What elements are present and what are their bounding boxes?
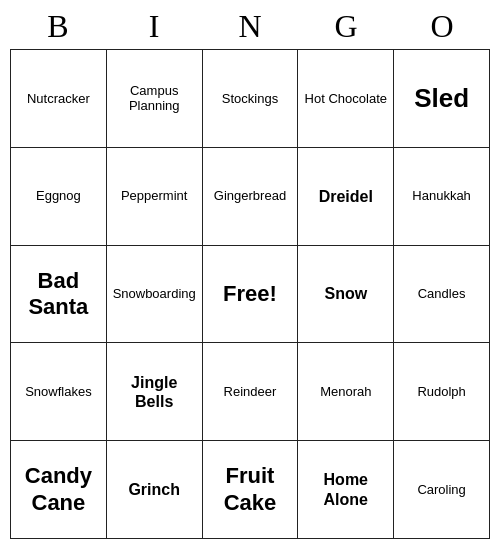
- bingo-cell: Stockings: [203, 50, 299, 148]
- bingo-cell: Jingle Bells: [107, 343, 203, 441]
- bingo-cell: Home Alone: [298, 441, 394, 539]
- bingo-cell: Campus Planning: [107, 50, 203, 148]
- bingo-cell: Grinch: [107, 441, 203, 539]
- bingo-cell: Nutcracker: [11, 50, 107, 148]
- bingo-cell: Snowflakes: [11, 343, 107, 441]
- header-b: B: [14, 8, 102, 45]
- bingo-cell: Fruit Cake: [203, 441, 299, 539]
- bingo-cell: Sled: [394, 50, 490, 148]
- bingo-cell: Snow: [298, 246, 394, 344]
- bingo-cell: Hanukkah: [394, 148, 490, 246]
- bingo-cell: Caroling: [394, 441, 490, 539]
- bingo-cell: Reindeer: [203, 343, 299, 441]
- bingo-cell: Dreidel: [298, 148, 394, 246]
- bingo-cell: Free!: [203, 246, 299, 344]
- bingo-header: B I N G O: [10, 0, 490, 49]
- header-n: N: [206, 8, 294, 45]
- bingo-cell: Menorah: [298, 343, 394, 441]
- bingo-cell: Bad Santa: [11, 246, 107, 344]
- header-i: I: [110, 8, 198, 45]
- bingo-cell: Snowboarding: [107, 246, 203, 344]
- bingo-cell: Rudolph: [394, 343, 490, 441]
- bingo-cell: Peppermint: [107, 148, 203, 246]
- bingo-grid: NutcrackerCampus PlanningStockingsHot Ch…: [10, 49, 490, 539]
- bingo-cell: Eggnog: [11, 148, 107, 246]
- bingo-cell: Hot Chocolate: [298, 50, 394, 148]
- header-g: G: [302, 8, 390, 45]
- bingo-cell: Gingerbread: [203, 148, 299, 246]
- bingo-cell: Candy Cane: [11, 441, 107, 539]
- header-o: O: [398, 8, 486, 45]
- bingo-cell: Candles: [394, 246, 490, 344]
